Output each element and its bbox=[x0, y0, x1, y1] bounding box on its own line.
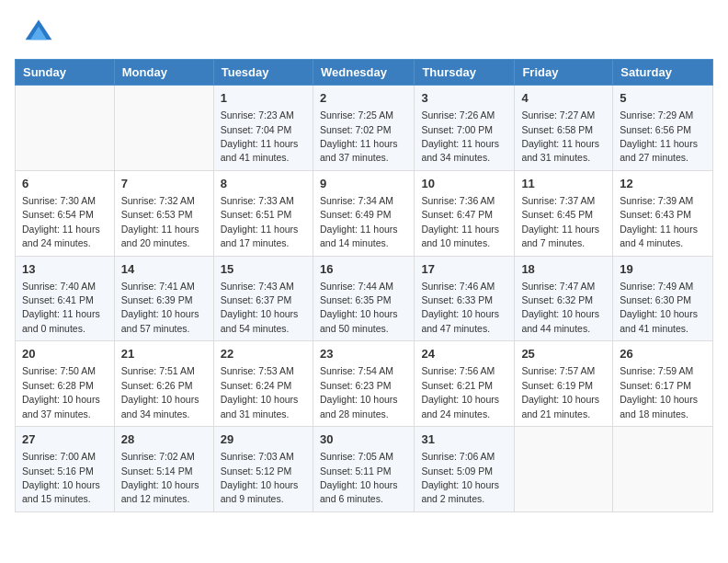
day-cell bbox=[515, 427, 613, 512]
day-cell: 28Sunrise: 7:02 AM Sunset: 5:14 PM Dayli… bbox=[114, 427, 213, 512]
logo bbox=[22, 17, 61, 50]
day-info: Sunrise: 7:40 AM Sunset: 6:41 PM Dayligh… bbox=[22, 281, 100, 334]
day-number: 28 bbox=[121, 431, 207, 448]
day-info: Sunrise: 7:29 AM Sunset: 6:56 PM Dayligh… bbox=[620, 109, 698, 163]
day-number: 2 bbox=[320, 90, 407, 107]
day-cell: 17Sunrise: 7:46 AM Sunset: 6:33 PM Dayli… bbox=[415, 256, 515, 341]
day-number: 24 bbox=[421, 346, 507, 362]
day-cell: 8Sunrise: 7:33 AM Sunset: 6:51 PM Daylig… bbox=[213, 170, 313, 256]
day-info: Sunrise: 7:05 AM Sunset: 5:11 PM Dayligh… bbox=[320, 451, 398, 504]
day-cell: 7Sunrise: 7:32 AM Sunset: 6:53 PM Daylig… bbox=[114, 170, 213, 256]
day-cell: 30Sunrise: 7:05 AM Sunset: 5:11 PM Dayli… bbox=[313, 427, 414, 512]
day-number: 4 bbox=[521, 90, 606, 107]
day-number: 10 bbox=[421, 176, 507, 192]
day-number: 25 bbox=[521, 346, 606, 362]
day-cell: 22Sunrise: 7:53 AM Sunset: 6:24 PM Dayli… bbox=[213, 341, 313, 427]
day-number: 18 bbox=[521, 261, 606, 278]
day-number: 27 bbox=[22, 431, 108, 448]
day-number: 1 bbox=[221, 90, 306, 107]
day-number: 23 bbox=[320, 346, 407, 362]
day-number: 20 bbox=[22, 346, 108, 362]
day-cell: 5Sunrise: 7:29 AM Sunset: 6:56 PM Daylig… bbox=[613, 86, 713, 171]
day-number: 12 bbox=[620, 176, 706, 192]
day-info: Sunrise: 7:54 AM Sunset: 6:23 PM Dayligh… bbox=[320, 365, 398, 419]
week-row-0: 1Sunrise: 7:23 AM Sunset: 7:04 PM Daylig… bbox=[16, 86, 713, 171]
day-info: Sunrise: 7:27 AM Sunset: 6:58 PM Dayligh… bbox=[521, 109, 599, 163]
day-info: Sunrise: 7:46 AM Sunset: 6:33 PM Dayligh… bbox=[421, 281, 499, 334]
day-info: Sunrise: 7:44 AM Sunset: 6:35 PM Dayligh… bbox=[320, 281, 398, 334]
day-number: 26 bbox=[620, 346, 706, 362]
day-number: 19 bbox=[620, 261, 706, 278]
day-cell: 21Sunrise: 7:51 AM Sunset: 6:26 PM Dayli… bbox=[114, 341, 213, 427]
day-cell: 31Sunrise: 7:06 AM Sunset: 5:09 PM Dayli… bbox=[415, 427, 515, 512]
header-row: SundayMondayTuesdayWednesdayThursdayFrid… bbox=[16, 60, 713, 86]
day-cell: 18Sunrise: 7:47 AM Sunset: 6:32 PM Dayli… bbox=[515, 256, 613, 341]
day-cell: 23Sunrise: 7:54 AM Sunset: 6:23 PM Dayli… bbox=[313, 341, 414, 427]
day-info: Sunrise: 7:32 AM Sunset: 6:53 PM Dayligh… bbox=[121, 195, 199, 248]
day-info: Sunrise: 7:53 AM Sunset: 6:24 PM Dayligh… bbox=[221, 365, 299, 419]
day-info: Sunrise: 7:36 AM Sunset: 6:47 PM Dayligh… bbox=[421, 195, 499, 248]
day-cell: 1Sunrise: 7:23 AM Sunset: 7:04 PM Daylig… bbox=[213, 86, 313, 171]
day-number: 16 bbox=[320, 261, 407, 278]
day-cell: 19Sunrise: 7:49 AM Sunset: 6:30 PM Dayli… bbox=[613, 256, 713, 341]
header-day-wednesday: Wednesday bbox=[313, 60, 414, 86]
day-info: Sunrise: 7:03 AM Sunset: 5:12 PM Dayligh… bbox=[221, 451, 299, 504]
day-info: Sunrise: 7:02 AM Sunset: 5:14 PM Dayligh… bbox=[121, 451, 199, 504]
day-number: 14 bbox=[121, 261, 207, 278]
day-info: Sunrise: 7:49 AM Sunset: 6:30 PM Dayligh… bbox=[620, 281, 698, 334]
calendar-table: SundayMondayTuesdayWednesdayThursdayFrid… bbox=[15, 59, 713, 512]
day-info: Sunrise: 7:51 AM Sunset: 6:26 PM Dayligh… bbox=[121, 365, 199, 419]
calendar-wrapper: SundayMondayTuesdayWednesdayThursdayFrid… bbox=[0, 59, 728, 527]
day-info: Sunrise: 7:57 AM Sunset: 6:19 PM Dayligh… bbox=[521, 365, 599, 419]
calendar-header: SundayMondayTuesdayWednesdayThursdayFrid… bbox=[16, 60, 713, 86]
day-cell bbox=[613, 427, 713, 512]
day-info: Sunrise: 7:56 AM Sunset: 6:21 PM Dayligh… bbox=[421, 365, 499, 419]
day-number: 29 bbox=[221, 431, 306, 448]
header-day-friday: Friday bbox=[515, 60, 613, 86]
day-cell: 25Sunrise: 7:57 AM Sunset: 6:19 PM Dayli… bbox=[515, 341, 613, 427]
day-cell: 4Sunrise: 7:27 AM Sunset: 6:58 PM Daylig… bbox=[515, 86, 613, 171]
day-info: Sunrise: 7:23 AM Sunset: 7:04 PM Dayligh… bbox=[221, 109, 299, 163]
day-number: 8 bbox=[221, 176, 306, 192]
day-number: 31 bbox=[421, 431, 507, 448]
day-cell: 2Sunrise: 7:25 AM Sunset: 7:02 PM Daylig… bbox=[313, 86, 414, 171]
header-day-monday: Monday bbox=[114, 60, 213, 86]
day-info: Sunrise: 7:06 AM Sunset: 5:09 PM Dayligh… bbox=[421, 451, 499, 504]
week-row-2: 13Sunrise: 7:40 AM Sunset: 6:41 PM Dayli… bbox=[16, 256, 713, 341]
day-info: Sunrise: 7:50 AM Sunset: 6:28 PM Dayligh… bbox=[22, 365, 100, 419]
day-cell: 3Sunrise: 7:26 AM Sunset: 7:00 PM Daylig… bbox=[415, 86, 515, 171]
day-cell: 24Sunrise: 7:56 AM Sunset: 6:21 PM Dayli… bbox=[415, 341, 515, 427]
day-info: Sunrise: 7:43 AM Sunset: 6:37 PM Dayligh… bbox=[221, 281, 299, 334]
header-day-sunday: Sunday bbox=[16, 60, 115, 86]
day-info: Sunrise: 7:37 AM Sunset: 6:45 PM Dayligh… bbox=[521, 195, 599, 248]
day-info: Sunrise: 7:47 AM Sunset: 6:32 PM Dayligh… bbox=[521, 281, 599, 334]
header-day-saturday: Saturday bbox=[613, 60, 713, 86]
day-cell: 20Sunrise: 7:50 AM Sunset: 6:28 PM Dayli… bbox=[16, 341, 115, 427]
day-cell: 26Sunrise: 7:59 AM Sunset: 6:17 PM Dayli… bbox=[613, 341, 713, 427]
header-day-thursday: Thursday bbox=[415, 60, 515, 86]
day-number: 21 bbox=[121, 346, 207, 362]
day-info: Sunrise: 7:25 AM Sunset: 7:02 PM Dayligh… bbox=[320, 109, 398, 163]
day-number: 30 bbox=[320, 431, 407, 448]
header-day-tuesday: Tuesday bbox=[213, 60, 313, 86]
day-number: 15 bbox=[221, 261, 306, 278]
day-info: Sunrise: 7:33 AM Sunset: 6:51 PM Dayligh… bbox=[221, 195, 299, 248]
week-row-1: 6Sunrise: 7:30 AM Sunset: 6:54 PM Daylig… bbox=[16, 170, 713, 256]
day-cell: 16Sunrise: 7:44 AM Sunset: 6:35 PM Dayli… bbox=[313, 256, 414, 341]
day-info: Sunrise: 7:41 AM Sunset: 6:39 PM Dayligh… bbox=[121, 281, 199, 334]
day-cell: 10Sunrise: 7:36 AM Sunset: 6:47 PM Dayli… bbox=[415, 170, 515, 256]
day-number: 7 bbox=[121, 176, 207, 192]
day-info: Sunrise: 7:39 AM Sunset: 6:43 PM Dayligh… bbox=[620, 195, 698, 248]
day-cell: 13Sunrise: 7:40 AM Sunset: 6:41 PM Dayli… bbox=[16, 256, 115, 341]
day-cell: 29Sunrise: 7:03 AM Sunset: 5:12 PM Dayli… bbox=[213, 427, 313, 512]
week-row-3: 20Sunrise: 7:50 AM Sunset: 6:28 PM Dayli… bbox=[16, 341, 713, 427]
day-cell: 14Sunrise: 7:41 AM Sunset: 6:39 PM Dayli… bbox=[114, 256, 213, 341]
day-cell: 6Sunrise: 7:30 AM Sunset: 6:54 PM Daylig… bbox=[16, 170, 115, 256]
week-row-4: 27Sunrise: 7:00 AM Sunset: 5:16 PM Dayli… bbox=[16, 427, 713, 512]
day-number: 6 bbox=[22, 176, 108, 192]
day-info: Sunrise: 7:30 AM Sunset: 6:54 PM Dayligh… bbox=[22, 195, 100, 248]
day-number: 22 bbox=[221, 346, 306, 362]
logo-icon bbox=[22, 17, 55, 50]
day-cell: 12Sunrise: 7:39 AM Sunset: 6:43 PM Dayli… bbox=[613, 170, 713, 256]
day-number: 3 bbox=[421, 90, 507, 107]
